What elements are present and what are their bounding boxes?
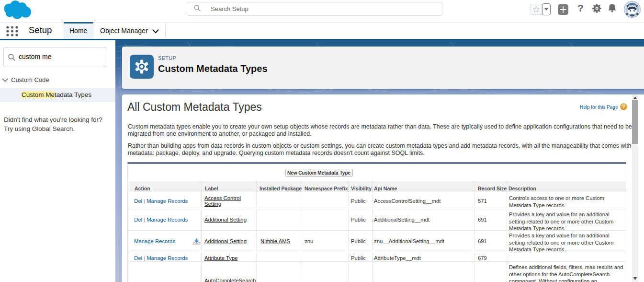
svg-text:?: ?: [622, 104, 625, 109]
